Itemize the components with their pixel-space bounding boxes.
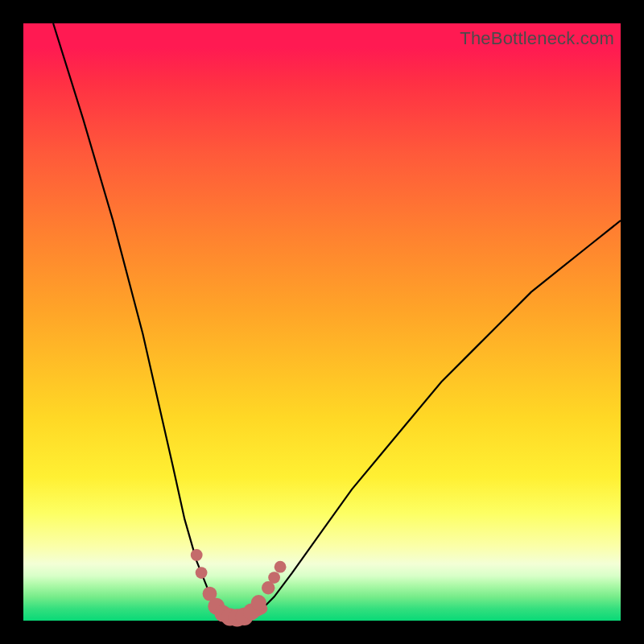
bead-group xyxy=(191,549,287,626)
bead-point xyxy=(268,572,280,584)
curve-layer xyxy=(23,23,621,621)
bead-point xyxy=(191,549,203,561)
chart-frame: TheBottleneck.com xyxy=(0,0,644,644)
bottleneck-curve xyxy=(53,23,621,619)
bead-point xyxy=(251,595,266,610)
bead-point xyxy=(275,561,287,573)
plot-area: TheBottleneck.com xyxy=(23,23,621,621)
bead-point xyxy=(196,567,208,579)
